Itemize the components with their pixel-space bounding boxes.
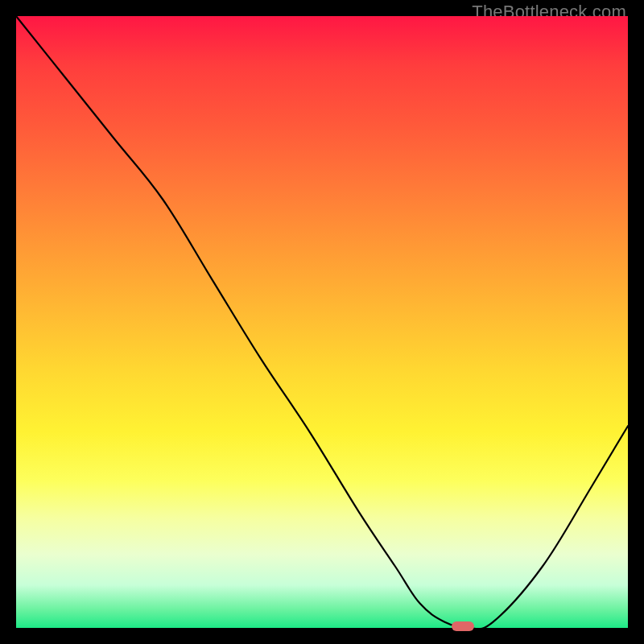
- plot-area: [16, 16, 628, 628]
- bottleneck-curve: [16, 16, 628, 628]
- chart-frame: TheBottleneck.com: [0, 0, 644, 644]
- bottleneck-marker: [452, 621, 474, 631]
